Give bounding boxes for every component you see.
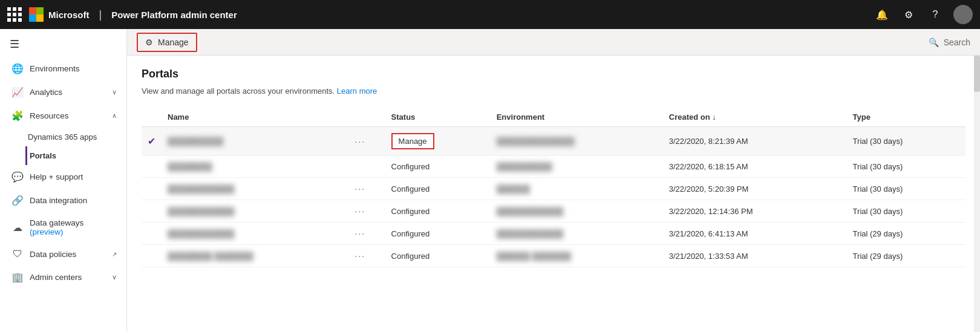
row-select[interactable]: [142, 200, 162, 223]
row-name: ████████████: [162, 178, 349, 200]
row-actions[interactable]: ···: [349, 223, 385, 245]
ms-squares: [29, 7, 44, 22]
row-select[interactable]: [142, 156, 162, 178]
sidebar-sub-resources: Dynamics 365 apps Portals: [0, 128, 126, 165]
sidebar-item-dynamics365[interactable]: Dynamics 365 apps: [28, 128, 126, 146]
sidebar-resources-label: Resources: [30, 111, 106, 120]
row-dots-menu[interactable]: ···: [355, 206, 366, 216]
sidebar-item-resources[interactable]: 🧩 Resources ∧: [0, 104, 126, 128]
search-icon: 🔍: [929, 37, 939, 47]
row-actions[interactable]: ···: [349, 178, 385, 200]
row-created-on: 3/22/2020, 5:20:39 PM: [663, 178, 847, 200]
row-select[interactable]: [142, 245, 162, 267]
row-environment: ████████████: [491, 200, 663, 223]
row-status: Configured: [385, 200, 491, 223]
sidebar-data-integration-label: Data integration: [30, 196, 117, 205]
main-layout: ☰ 🌐 Environments 📈 Analytics ∨ 🧩 Resourc…: [0, 29, 980, 332]
analytics-chevron: ∨: [112, 88, 117, 96]
help-icon[interactable]: ?: [927, 6, 944, 23]
avatar[interactable]: [953, 5, 973, 24]
row-created-on: 3/22/2020, 12:14:36 PM: [663, 200, 847, 223]
microsoft-label: Microsoft: [48, 10, 90, 20]
row-status: Configured: [385, 245, 491, 267]
row-created-on: 3/22/2020, 6:18:15 AM: [663, 156, 847, 178]
sidebar-item-environments[interactable]: 🌐 Environments: [0, 57, 126, 80]
row-name: ████████: [162, 156, 349, 178]
sidebar-item-help-support[interactable]: 💬 Help + support: [0, 165, 126, 189]
table-row[interactable]: ████████Configured██████████3/22/2020, 6…: [142, 156, 965, 178]
row-name: ████████████: [162, 223, 349, 245]
bell-icon[interactable]: 🔔: [874, 6, 890, 23]
subtitle-text: View and manage all portals across your …: [142, 86, 335, 96]
sidebar-item-portals[interactable]: Portals: [25, 146, 126, 165]
row-dots-menu[interactable]: ···: [355, 251, 366, 261]
row-dots-menu[interactable]: ···: [355, 184, 366, 194]
data-integration-icon: 🔗: [11, 195, 24, 206]
row-dots-menu[interactable]: ···: [355, 229, 366, 238]
data-policies-icon: 🛡: [11, 249, 24, 259]
sidebar-item-analytics[interactable]: 📈 Analytics ∨: [0, 80, 126, 104]
table-row[interactable]: ✔██████████···Manage██████████████3/22/2…: [142, 127, 965, 156]
table-row[interactable]: ████████████···Configured██████3/22/2020…: [142, 178, 965, 200]
divider: |: [99, 8, 102, 21]
page-title: Portals: [142, 68, 965, 80]
row-type: Trial (30 days): [847, 156, 965, 178]
sidebar-data-policies-label: Data policies: [30, 250, 106, 259]
col-type: Type: [847, 108, 965, 127]
row-created-on: 3/21/2020, 6:41:13 AM: [663, 223, 847, 245]
row-actions[interactable]: ···: [349, 200, 385, 223]
external-link-icon: ↗: [112, 251, 117, 258]
row-select[interactable]: [142, 178, 162, 200]
top-bar-icons: 🔔 ⚙ ?: [874, 5, 973, 24]
row-name: ████████ ███████: [162, 245, 349, 267]
manage-gear-icon: ⚙: [145, 37, 153, 47]
waffle-menu[interactable]: [7, 7, 22, 22]
row-created-on: 3/22/2020, 8:21:39 AM: [663, 127, 847, 156]
row-type: Trial (29 days): [847, 223, 965, 245]
sidebar-data-gateways-label: Data gateways (preview): [30, 218, 117, 236]
sidebar-item-data-integration[interactable]: 🔗 Data integration: [0, 189, 126, 212]
row-dots-menu[interactable]: ···: [355, 137, 366, 146]
main-content: Portals View and manage all portals acro…: [127, 56, 980, 332]
col-name: Name: [162, 108, 349, 127]
col-status: Status: [385, 108, 491, 127]
row-environment: ██████████: [491, 156, 663, 178]
row-actions[interactable]: ···: [349, 245, 385, 267]
row-environment: ██████: [491, 178, 663, 200]
learn-more-link[interactable]: Learn more: [337, 86, 377, 96]
inline-manage-button[interactable]: Manage: [391, 133, 434, 149]
sidebar-item-admin-centers[interactable]: 🏢 Admin centers ∨: [0, 265, 126, 289]
row-select[interactable]: [142, 223, 162, 245]
search-label: Search: [944, 37, 970, 47]
settings-icon[interactable]: ⚙: [900, 6, 917, 23]
resources-icon: 🧩: [11, 110, 24, 122]
search-area[interactable]: 🔍 Search: [929, 37, 970, 47]
table-row[interactable]: ████████████···Configured████████████3/2…: [142, 223, 965, 245]
sidebar-item-data-gateways[interactable]: ☁ Data gateways (preview): [0, 212, 126, 242]
sidebar-help-support-label: Help + support: [30, 172, 117, 181]
row-environment: ████████████: [491, 223, 663, 245]
col-select: [142, 108, 162, 127]
row-select[interactable]: ✔: [142, 127, 162, 156]
row-actions[interactable]: [349, 156, 385, 178]
col-environment: Environment: [491, 108, 663, 127]
manage-button[interactable]: ⚙ Manage: [137, 33, 197, 52]
col-created-on[interactable]: Created on ↓: [663, 108, 847, 127]
admin-centers-chevron: ∨: [112, 273, 117, 281]
row-environment: ██████████████: [491, 127, 663, 156]
table-row[interactable]: ████████████···Configured████████████3/2…: [142, 200, 965, 223]
hamburger-button[interactable]: ☰: [0, 31, 126, 57]
row-status: Configured: [385, 178, 491, 200]
microsoft-logo: Microsoft: [29, 7, 90, 22]
sidebar-item-data-policies[interactable]: 🛡 Data policies ↗: [0, 242, 126, 265]
environments-icon: 🌐: [11, 63, 24, 74]
table-header-row: Name Status Environment Created on ↓ Typ…: [142, 108, 965, 127]
scrollbar-track[interactable]: [974, 56, 980, 332]
table-row[interactable]: ████████ ███████···Configured██████ ████…: [142, 245, 965, 267]
scrollbar-thumb[interactable]: [974, 56, 980, 92]
sidebar-environments-label: Environments: [30, 64, 117, 73]
row-status: Configured: [385, 156, 491, 178]
row-actions[interactable]: ···: [349, 127, 385, 156]
data-gateways-icon: ☁: [11, 222, 24, 233]
content-area: ⚙ Manage 🔍 Search Portals View and manag…: [127, 29, 980, 332]
